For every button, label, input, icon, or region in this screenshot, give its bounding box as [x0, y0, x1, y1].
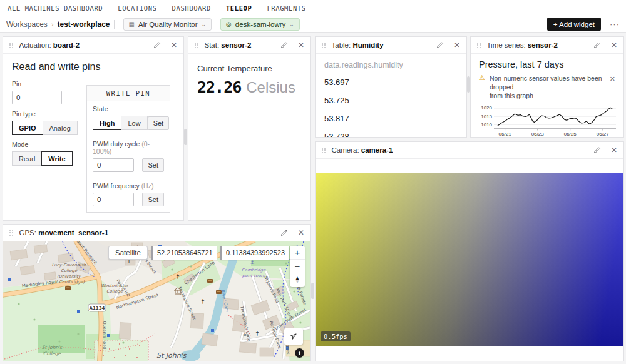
- more-options-button[interactable]: ···: [610, 19, 620, 29]
- edit-pencil-icon[interactable]: [153, 41, 161, 49]
- breadcrumb-workspaces[interactable]: Workspaces: [6, 20, 48, 29]
- compass-reset-button[interactable]: ▲ ▼: [290, 273, 305, 287]
- satellite-toggle-button[interactable]: Satellite: [108, 246, 148, 260]
- church-icon: †: [177, 273, 180, 280]
- state-set-button[interactable]: Set: [148, 116, 170, 130]
- table-row: 53.725: [324, 96, 458, 105]
- table-row: 53.817: [324, 114, 458, 123]
- pwm-freq-label: PWM frequency (Hz): [93, 182, 164, 190]
- edit-pencil-icon[interactable]: [280, 41, 288, 49]
- park-label: St John's: [42, 345, 63, 350]
- map-info-button[interactable]: i: [295, 348, 304, 358]
- chevron-down-icon: ⌄: [289, 21, 294, 28]
- warning-banner: ⚠ Non-numeric sensor values have been dr…: [479, 74, 615, 101]
- edit-pencil-icon[interactable]: [593, 146, 601, 154]
- widget-actuation: Actuation: board-2 ✕ Read and write pins…: [3, 36, 184, 221]
- navigation-arrow-icon: [289, 332, 298, 341]
- nav-all-machines-dashboard[interactable]: ALL MACHINES DASHBOARD: [8, 4, 103, 12]
- pin-input[interactable]: [12, 91, 62, 104]
- college-label: College: [61, 268, 78, 273]
- pwm-freq-set-button[interactable]: Set: [142, 193, 164, 206]
- top-nav: ALL MACHINES DASHBOARD LOCATIONS DASHBOA…: [0, 0, 626, 16]
- location-select[interactable]: ▦ Air Quality Monitor ⌄: [123, 18, 212, 31]
- widget-table: Table: Humidity ✕ data.readings.humidity…: [315, 36, 467, 138]
- widget-header: Camera: camera-1 ✕: [316, 142, 623, 159]
- longitude-input[interactable]: [220, 246, 289, 260]
- locate-me-button[interactable]: [284, 328, 303, 345]
- widget-header: Stat: sensor-2 ✕: [188, 37, 310, 54]
- drag-handle-icon[interactable]: [9, 230, 13, 236]
- column-resize-handle[interactable]: [184, 129, 187, 145]
- nav-teleop[interactable]: TELEOP: [226, 4, 252, 12]
- nav-dashboard[interactable]: DASHBOARD: [172, 4, 211, 12]
- widget-title-name: sensor-2: [528, 41, 558, 49]
- machine-icon: ◎: [226, 21, 232, 28]
- drag-handle-icon[interactable]: [322, 43, 326, 48]
- street-label: Queen's Road: [102, 321, 107, 350]
- poi-label: punt tours: [242, 273, 266, 278]
- svg-text:A1134: A1134: [90, 306, 105, 311]
- machine-select[interactable]: ◎ desk-sam-lowry ⌄: [220, 18, 300, 31]
- pwm-freq-input[interactable]: [93, 193, 134, 206]
- road-ref-badge: A1134: [88, 304, 106, 311]
- zoom-out-button[interactable]: −: [290, 260, 305, 273]
- drag-handle-icon[interactable]: [9, 43, 13, 48]
- widget-stat: Stat: sensor-2 ✕ Current Temperature 22.…: [188, 36, 311, 221]
- svg-text:06/21: 06/21: [499, 131, 512, 137]
- widget-title: Actuation:: [19, 41, 51, 49]
- zoom-in-button[interactable]: +: [290, 246, 305, 260]
- church-icon: †: [202, 298, 205, 305]
- pin-type-analog-button[interactable]: Analog: [43, 121, 78, 135]
- mode-read-button[interactable]: Read: [12, 151, 42, 166]
- edit-pencil-icon[interactable]: [280, 229, 288, 236]
- close-icon[interactable]: ✕: [454, 41, 460, 49]
- drag-handle-icon[interactable]: [195, 43, 198, 48]
- breadcrumb-separator: ›: [51, 21, 54, 28]
- mode-write-button[interactable]: Write: [41, 151, 72, 166]
- widget-title-name: movement_sensor-1: [38, 229, 108, 236]
- state-high-button[interactable]: High: [93, 116, 121, 130]
- widget-timeseries: Time series: sensor-2 ✕ Pressure, last 7…: [470, 36, 624, 138]
- widget-header: Time series: sensor-2 ✕: [471, 37, 623, 54]
- drag-handle-icon[interactable]: [477, 43, 481, 48]
- college-label: Lucy Cavendish: [52, 263, 87, 268]
- camera-stream-image: 0.5fps: [316, 173, 623, 346]
- church-icon: †: [256, 330, 259, 336]
- state-low-button[interactable]: Low: [121, 116, 147, 130]
- edit-pencil-icon[interactable]: [436, 41, 444, 49]
- latitude-input[interactable]: [151, 246, 217, 260]
- breadcrumb-current-workspace[interactable]: test-workplace: [57, 20, 114, 29]
- state-label: State: [93, 105, 164, 113]
- column-resize-handle[interactable]: [467, 76, 470, 93]
- stat-label: Current Temperature: [197, 64, 302, 73]
- pwm-duty-input[interactable]: [93, 158, 134, 172]
- nav-fragments[interactable]: FRAGMENTS: [267, 4, 305, 12]
- table-row: 53.697: [324, 78, 458, 87]
- edit-pencil-icon[interactable]: [593, 41, 601, 49]
- map-zoom-controls: + − ▲ ▼: [290, 246, 305, 287]
- anchor-icon: ⚓: [250, 260, 254, 265]
- drag-handle-icon[interactable]: [322, 148, 326, 153]
- nav-locations[interactable]: LOCATIONS: [118, 4, 156, 12]
- workspace-toolbar: Workspaces › test-workplace ▦ Air Qualit…: [0, 16, 626, 33]
- close-icon[interactable]: ✕: [171, 41, 177, 49]
- close-icon[interactable]: ✕: [298, 41, 304, 49]
- table-column-header: data.readings.humidity: [324, 61, 458, 69]
- svg-text:06/23: 06/23: [531, 131, 545, 137]
- pwm-duty-set-button[interactable]: Set: [142, 158, 164, 172]
- pin-type-gpio-button[interactable]: GPIO: [12, 121, 43, 135]
- poi-label: Cambridge: [242, 268, 266, 273]
- add-widget-button[interactable]: + Add widget: [547, 18, 601, 31]
- widget-title: Camera:: [332, 146, 359, 154]
- close-icon[interactable]: ✕: [611, 41, 617, 49]
- widget-title: GPS:: [19, 229, 36, 236]
- area-label: St John's: [156, 351, 187, 360]
- close-icon[interactable]: ✕: [611, 146, 617, 154]
- park-label: College: [43, 351, 61, 356]
- location-icon: ▦: [129, 21, 135, 28]
- close-icon[interactable]: ✕: [298, 229, 304, 236]
- warning-dismiss-icon[interactable]: ✕: [610, 74, 615, 83]
- widget-title-name: board-2: [53, 41, 80, 49]
- column-resize-handle[interactable]: [311, 283, 314, 299]
- svg-text:06/27: 06/27: [597, 131, 610, 137]
